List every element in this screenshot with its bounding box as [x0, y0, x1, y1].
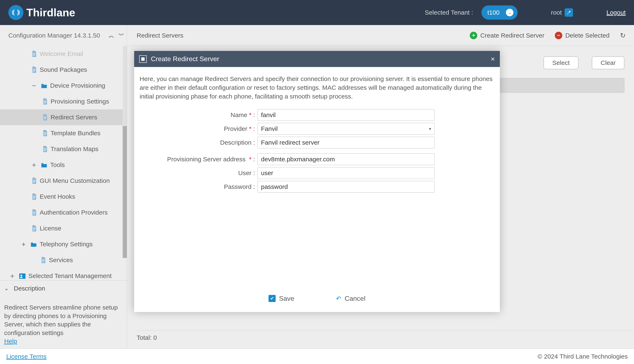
sidebar-item-label: Selected Tenant Management — [29, 272, 112, 280]
sidebar-item-label: Event Hooks — [40, 193, 75, 200]
undo-icon: ↶ — [336, 295, 341, 302]
description-help-link[interactable]: Help — [4, 338, 17, 344]
close-icon[interactable]: × — [491, 55, 495, 63]
save-icon: ✔ — [269, 295, 276, 302]
sidebar-item-provisioning-settings[interactable]: Provisioning Settings — [0, 94, 127, 109]
wrench-icon — [565, 8, 573, 17]
description-header[interactable]: ⌄ Description — [0, 280, 127, 296]
sidebar-item-services[interactable]: Services — [0, 252, 127, 268]
save-button[interactable]: ✔ Save — [269, 295, 294, 302]
cancel-button[interactable]: ↶ Cancel — [336, 295, 365, 302]
selected-tenant-value: t100 — [487, 9, 499, 16]
sidebar-item-label: Authentication Providers — [40, 209, 108, 216]
provisioning-address-input[interactable] — [258, 154, 435, 165]
total-count: Total: 0 — [137, 330, 634, 345]
clear-button[interactable]: Clear — [592, 56, 624, 69]
sidebar-item-redirect-servers[interactable]: Redirect Servers — [0, 109, 127, 125]
sidebar-item-label: Sound Packages — [40, 66, 87, 73]
file-icon — [32, 51, 37, 57]
svg-point-1 — [21, 275, 22, 276]
page-title: Redirect Servers — [137, 32, 183, 39]
modal-header: Create Redirect Server × — [134, 51, 500, 67]
license-terms-link[interactable]: License Terms — [6, 353, 47, 360]
sidebar-item-selected-tenant-management[interactable]: +Selected Tenant Management — [0, 268, 127, 280]
file-icon — [32, 209, 37, 216]
collapse-up-icon[interactable]: ︽ — [108, 32, 114, 40]
file-icon — [43, 98, 48, 104]
sidebar-item-label: Telephony Settings — [40, 241, 93, 248]
sidebar-item-tools[interactable]: +Tools — [0, 157, 127, 173]
select-button[interactable]: Select — [544, 56, 578, 69]
expand-icon[interactable]: + — [31, 161, 37, 169]
sidebar-item-welcome-email[interactable]: Welcome Email — [0, 46, 127, 62]
file-icon — [32, 66, 37, 73]
sidebar-item-translation-maps[interactable]: Translation Maps — [0, 141, 127, 157]
description-text: Redirect Servers streamline phone setup … — [4, 304, 118, 336]
file-icon — [32, 178, 37, 184]
modal-footer: ✔ Save ↶ Cancel — [134, 285, 500, 312]
sidebar-item-label: Translation Maps — [51, 146, 98, 152]
config-bar: Configuration Manager 14.3.1.50 ︽ ︾ — [0, 25, 127, 46]
provider-select[interactable]: Fanvil ▾ — [258, 123, 435, 134]
sidebar-item-device-provisioning[interactable]: −Device Provisioning — [0, 78, 127, 94]
brand-logo[interactable]: Thirdlane — [8, 5, 75, 20]
description-input[interactable] — [258, 137, 435, 148]
sidebar-item-authentication-providers[interactable]: Authentication Providers — [0, 204, 127, 220]
description-title: Description — [14, 285, 45, 292]
file-icon — [32, 194, 37, 200]
app-footer: License Terms © 2024 Third Lane Technolo… — [0, 348, 634, 364]
sidebar-item-label: Device Provisioning — [50, 82, 105, 89]
sidebar-item-gui-menu-customization[interactable]: GUI Menu Customization — [0, 173, 127, 189]
sidebar-item-label: Welcome Email — [40, 50, 83, 58]
modal-icon — [139, 55, 147, 63]
sidebar-scrollbar-thumb[interactable] — [123, 126, 127, 258]
sidebar-item-license[interactable]: License — [0, 220, 127, 236]
modal-description: Here, you can manage Redirect Servers an… — [140, 74, 494, 101]
sidebar-nav: Welcome EmailSound Packages−Device Provi… — [0, 46, 127, 280]
chevron-down-icon: ⌄ — [506, 9, 513, 16]
sidebar-item-label: Template Bundles — [51, 130, 100, 137]
current-user: root — [551, 9, 562, 16]
file-icon — [43, 130, 48, 136]
sidebar-item-label: Provisioning Settings — [51, 98, 109, 105]
logout-link[interactable]: Logout — [606, 9, 626, 16]
delete-selected-button[interactable]: − Delete Selected — [555, 32, 609, 39]
sidebar-item-label: Tools — [50, 161, 65, 168]
file-icon — [43, 114, 48, 120]
sidebar-item-sound-packages[interactable]: Sound Packages — [0, 62, 127, 78]
user-menu[interactable]: root — [551, 8, 573, 17]
selected-tenant-dropdown[interactable]: t100 ⌄ — [482, 6, 517, 20]
sidebar-scrollbar-track[interactable] — [123, 46, 127, 258]
brand-logo-icon — [8, 5, 24, 20]
create-redirect-server-button[interactable]: + Create Redirect Server — [470, 32, 544, 39]
plus-icon: + — [470, 32, 477, 39]
sidebar-item-template-bundles[interactable]: Template Bundles — [0, 125, 127, 141]
module-icon — [19, 273, 26, 279]
folder-icon — [41, 83, 47, 88]
expand-icon[interactable]: + — [21, 240, 27, 248]
selected-tenant-label: Selected Tenant : — [425, 9, 473, 16]
chevron-down-icon: ▾ — [429, 126, 431, 131]
collapse-icon[interactable]: − — [31, 82, 37, 90]
folder-icon — [31, 242, 37, 247]
create-redirect-server-modal: Create Redirect Server × Here, you can m… — [134, 51, 500, 312]
sidebar-item-telephony-settings[interactable]: +Telephony Settings — [0, 236, 127, 252]
config-version: Configuration Manager 14.3.1.50 — [8, 32, 100, 39]
file-icon — [43, 146, 48, 152]
file-icon — [41, 257, 46, 263]
copyright-text: © 2024 Third Lane Technologies — [538, 353, 628, 360]
expand-icon[interactable]: + — [9, 272, 16, 280]
sidebar-item-label: Redirect Servers — [51, 114, 97, 121]
user-input[interactable] — [258, 167, 435, 179]
name-input[interactable] — [258, 109, 435, 121]
folder-icon — [41, 162, 47, 168]
description-body: Redirect Servers streamline phone setup … — [0, 296, 127, 346]
svg-rect-0 — [19, 274, 26, 279]
app-header: Thirdlane Selected Tenant : t100 ⌄ root … — [0, 0, 634, 25]
refresh-icon[interactable]: ↻ — [620, 32, 626, 40]
password-input[interactable] — [258, 181, 435, 193]
sidebar-item-label: Services — [49, 256, 73, 264]
sidebar-item-event-hooks[interactable]: Event Hooks — [0, 189, 127, 204]
expand-down-icon[interactable]: ︾ — [118, 32, 124, 40]
sidebar-item-label: GUI Menu Customization — [40, 177, 110, 184]
